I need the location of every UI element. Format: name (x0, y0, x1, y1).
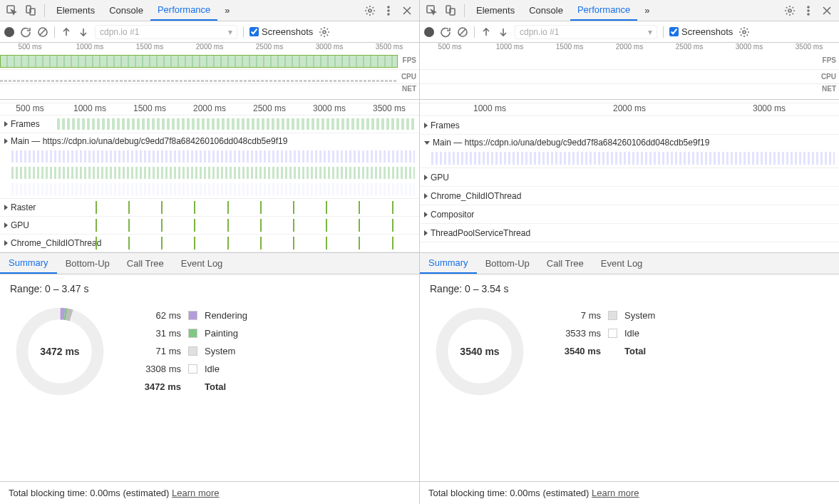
target-selector[interactable]: cdpn.io #1▾ (515, 25, 657, 39)
thread-threadpoolservicethread[interactable]: ThreadPoolServiceThread (420, 224, 839, 242)
summary-pane: Range: 0 – 3.47 s3472 ms62 msRendering31… (0, 274, 419, 481)
thread-frames[interactable]: Frames (0, 115, 419, 133)
summary-legend: 7 msSystem3533 msIdle3540 msTotal (558, 302, 655, 401)
reload-icon[interactable] (20, 26, 31, 38)
overview-timeline[interactable]: 500 ms1000 ms1500 ms2000 ms2500 ms3000 m… (420, 43, 839, 100)
device-toggle-icon[interactable] (24, 4, 37, 17)
tab-console[interactable]: Console (102, 0, 150, 21)
inspect-icon[interactable] (426, 4, 438, 17)
devtools-tabs: ElementsConsolePerformance» (0, 0, 419, 21)
kebab-icon[interactable] (382, 4, 395, 17)
btab-bottom-up[interactable]: Bottom-Up (57, 253, 118, 274)
thread-main[interactable]: Main — https://cdpn.io/una/debug/c9edd7f… (420, 135, 839, 168)
screenshots-checkbox[interactable]: Screenshots (669, 26, 733, 37)
svg-point-16 (788, 9, 791, 12)
range-text: Range: 0 – 3.47 s (10, 283, 409, 294)
summary-donut: 3540 ms (430, 302, 530, 401)
svg-point-19 (808, 14, 809, 15)
tabs-more[interactable]: » (637, 0, 657, 21)
svg-point-6 (388, 14, 389, 15)
range-text: Range: 0 – 3.54 s (430, 283, 829, 294)
learn-more-link[interactable]: Learn more (172, 488, 219, 498)
summary-tabs: SummaryBottom-UpCall TreeEvent Log (0, 253, 419, 274)
summary-legend: 62 msRendering31 msPainting71 msSystem33… (138, 302, 247, 401)
screenshots-checkbox[interactable]: Screenshots (249, 26, 313, 37)
devtools-tabs: ElementsConsolePerformance» (420, 0, 839, 21)
blocking-time-footer: Total blocking time: 0.00ms (estimated) … (0, 481, 419, 504)
record-button[interactable] (424, 27, 434, 37)
tab-console[interactable]: Console (522, 0, 570, 21)
clear-icon[interactable] (37, 26, 48, 38)
tab-performance[interactable]: Performance (150, 0, 217, 21)
kebab-icon[interactable] (802, 4, 815, 17)
thread-compositor[interactable]: Compositor (420, 205, 839, 224)
btab-call-tree[interactable]: Call Tree (538, 253, 592, 274)
record-button[interactable] (4, 27, 14, 37)
tabs-more[interactable]: » (217, 0, 237, 21)
blocking-time-footer: Total blocking time: 0.00ms (estimated) … (420, 481, 839, 504)
learn-more-link[interactable]: Learn more (592, 488, 639, 498)
load-profile-icon[interactable] (61, 26, 72, 38)
target-selector[interactable]: cdpn.io #1▾ (95, 25, 237, 39)
summary-pane: Range: 0 – 3.54 s3540 ms7 msSystem3533 m… (420, 274, 839, 481)
inspect-icon[interactable] (6, 4, 19, 17)
thread-frames[interactable]: Frames (420, 116, 839, 135)
capture-settings-icon[interactable] (738, 26, 750, 38)
close-icon[interactable] (401, 4, 413, 17)
btab-event-log[interactable]: Event Log (592, 253, 652, 274)
reload-icon[interactable] (440, 26, 451, 38)
thread-chrome_childiothread[interactable]: Chrome_ChildIOThread (0, 235, 419, 252)
capture-settings-icon[interactable] (319, 26, 330, 38)
clear-icon[interactable] (457, 26, 468, 38)
svg-point-18 (808, 10, 809, 11)
svg-point-3 (369, 9, 371, 12)
save-profile-icon[interactable] (78, 26, 89, 38)
svg-point-8 (323, 31, 326, 34)
svg-point-21 (743, 31, 746, 34)
svg-point-4 (388, 6, 389, 8)
tab-performance[interactable]: Performance (570, 0, 637, 21)
thread-gpu[interactable]: GPU (0, 217, 419, 235)
btab-summary[interactable]: Summary (420, 253, 477, 274)
thread-raster[interactable]: Raster (0, 199, 419, 217)
flame-chart[interactable]: 1000 ms2000 ms3000 msFramesMain — https:… (420, 103, 839, 253)
summary-donut: 3472 ms (10, 302, 110, 401)
thread-main[interactable]: Main — https://cdpn.io/una/debug/c9edd7f… (0, 133, 419, 199)
overview-timeline[interactable]: 500 ms1000 ms1500 ms2000 ms2500 ms3000 m… (0, 43, 419, 100)
btab-event-log[interactable]: Event Log (173, 253, 232, 274)
svg-point-5 (388, 10, 389, 11)
summary-tabs: SummaryBottom-UpCall TreeEvent Log (420, 253, 839, 274)
devtools-panel-1: ElementsConsolePerformance»cdpn.io #1▾ S… (420, 0, 839, 504)
tab-elements[interactable]: Elements (469, 0, 522, 21)
save-profile-icon[interactable] (498, 26, 509, 38)
load-profile-icon[interactable] (480, 26, 492, 38)
flame-chart[interactable]: 500 ms1000 ms1500 ms2000 ms2500 ms3000 m… (0, 103, 419, 253)
btab-summary[interactable]: Summary (0, 253, 57, 274)
devtools-panel-0: ElementsConsolePerformance»cdpn.io #1▾ S… (0, 0, 420, 504)
close-icon[interactable] (820, 4, 833, 17)
perf-toolbar: cdpn.io #1▾ Screenshots (0, 21, 419, 43)
settings-icon[interactable] (783, 4, 796, 17)
svg-point-17 (808, 6, 809, 8)
device-toggle-icon[interactable] (444, 4, 457, 17)
perf-toolbar: cdpn.io #1▾ Screenshots (420, 21, 839, 43)
thread-chrome_childiothread[interactable]: Chrome_ChildIOThread (420, 187, 839, 205)
settings-icon[interactable] (364, 4, 376, 17)
btab-call-tree[interactable]: Call Tree (118, 253, 173, 274)
thread-gpu[interactable]: GPU (420, 168, 839, 187)
btab-bottom-up[interactable]: Bottom-Up (477, 253, 538, 274)
tab-elements[interactable]: Elements (49, 0, 102, 21)
